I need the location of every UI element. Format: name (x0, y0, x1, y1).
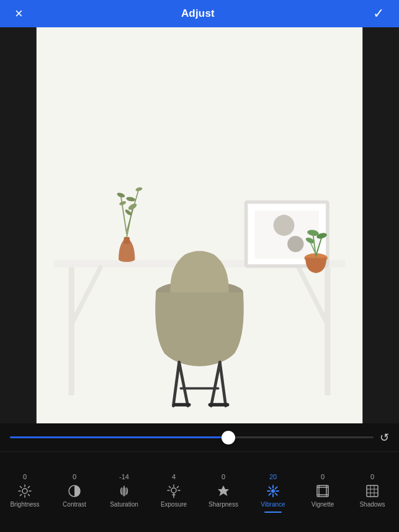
tool-label-saturation: Saturation (110, 500, 138, 509)
slider-area: ↺ (0, 423, 399, 451)
confirm-button[interactable]: ✓ (368, 4, 389, 23)
toolbar: 0 Brightness 0 Contrast -14 Saturation 4 (0, 451, 399, 532)
svg-rect-7 (124, 237, 130, 244)
tool-item-contrast[interactable]: 0 Contrast (50, 452, 99, 532)
brightness-icon (17, 483, 33, 499)
contrast-icon (66, 483, 83, 499)
slider-thumb[interactable] (222, 431, 235, 444)
tool-value-contrast: 0 (73, 472, 76, 482)
tool-label-contrast: Contrast (63, 500, 86, 509)
tool-item-saturation[interactable]: -14 Saturation (99, 452, 149, 532)
tool-label-exposure: Exposure (161, 500, 187, 509)
reset-button[interactable]: ↺ (380, 431, 389, 444)
tool-label-shadows: Shadows (359, 500, 385, 509)
tool-label-brightness: Brightness (10, 500, 39, 509)
svg-marker-54 (218, 485, 229, 496)
svg-line-48 (169, 487, 171, 488)
tool-item-shadows[interactable]: 0 Shadows (347, 452, 397, 532)
vignette-icon (315, 483, 331, 499)
vibrance-icon (265, 483, 281, 499)
svg-line-50 (177, 487, 178, 488)
header: × Adjust ✓ (0, 0, 399, 27)
slider-fill (10, 436, 228, 438)
exposure-icon (166, 483, 182, 499)
svg-point-20 (287, 236, 303, 252)
svg-rect-61 (367, 485, 378, 497)
tool-value-brightness: 0 (23, 472, 27, 482)
active-indicator-vibrance (264, 512, 282, 513)
tool-item-vibrance[interactable]: 20 Vibrance (248, 452, 298, 532)
svg-point-55 (271, 489, 275, 493)
svg-rect-2 (68, 268, 74, 395)
saturation-icon (116, 483, 132, 499)
tool-item-exposure[interactable]: 4 Exposure (149, 452, 199, 532)
close-button[interactable]: × (10, 4, 28, 23)
tool-value-vibrance: 20 (269, 472, 277, 482)
svg-line-44 (20, 494, 22, 495)
shadows-icon (364, 483, 380, 499)
tool-value-vignette: 0 (321, 472, 325, 482)
tool-label-vibrance: Vibrance (261, 500, 285, 509)
tools-row: 0 Brightness 0 Contrast -14 Saturation 4 (0, 452, 399, 532)
slider-track[interactable] (10, 436, 374, 438)
tool-value-sharpness: 0 (222, 472, 225, 482)
tool-label-vignette: Vignette (312, 500, 334, 509)
tool-label-sharpness: Sharpness (208, 500, 238, 509)
svg-line-43 (28, 487, 29, 488)
image-area (0, 27, 399, 423)
sharpness-icon (215, 483, 231, 499)
tool-item-vignette[interactable]: 0 Vignette (298, 452, 347, 532)
svg-point-19 (274, 215, 295, 236)
tool-value-exposure: 4 (172, 472, 176, 482)
tool-value-saturation: -14 (119, 472, 129, 482)
svg-line-42 (28, 494, 29, 495)
header-title: Adjust (181, 7, 215, 20)
svg-line-41 (20, 487, 22, 488)
tool-item-brightness[interactable]: 0 Brightness (0, 452, 50, 532)
tool-value-shadows: 0 (370, 472, 374, 482)
svg-point-36 (22, 489, 27, 494)
tool-item-sharpness[interactable]: 0 Sharpness (199, 452, 248, 532)
svg-rect-4 (325, 268, 330, 395)
svg-point-46 (171, 488, 176, 493)
